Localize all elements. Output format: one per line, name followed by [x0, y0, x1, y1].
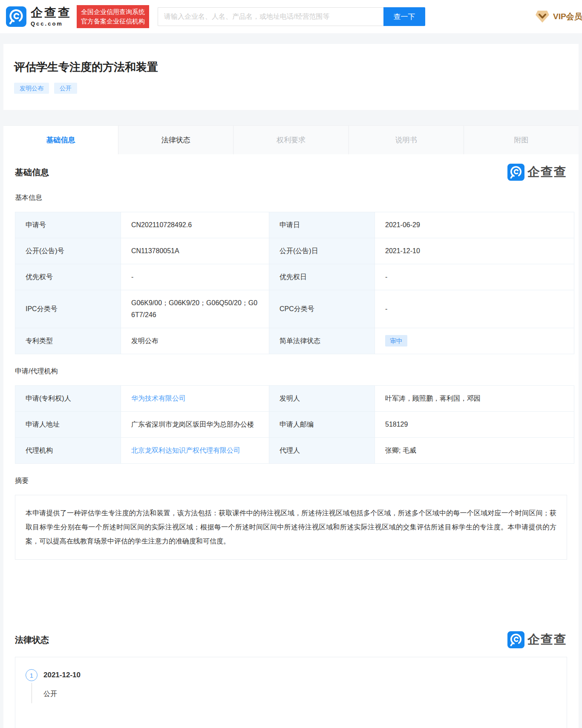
field-label: 专利类型: [15, 328, 121, 354]
page-gap: [0, 110, 582, 125]
field-value-patent-type: 发明公布: [121, 328, 269, 354]
basic-info-heading: 基础信息: [15, 167, 49, 178]
field-value-agency: 北京龙双利达知识产权代理有限公司: [121, 438, 269, 464]
table-row: 申请号 CN202110728492.6 申请日 2021-06-29: [15, 212, 574, 238]
timeline-connector: [32, 683, 32, 703]
field-label: 申请日: [269, 212, 375, 238]
basic-info-subheading: 基本信息: [15, 194, 567, 202]
timeline-item-head: 1 2021-12-10: [26, 669, 556, 681]
field-value-priority-number: -: [121, 264, 269, 290]
logo-text-en: Qcc.com: [31, 20, 72, 27]
patent-tags: 发明公布 公开: [14, 83, 568, 94]
credit-badge-line1: 全国企业信用查询系统: [81, 7, 145, 17]
field-label: IPC分类号: [15, 290, 121, 328]
field-value-applicant-address: 广东省深圳市龙岗区坂田华为总部办公楼: [121, 412, 269, 438]
field-value-application-date: 2021-06-29: [375, 212, 574, 238]
field-label: 申请人地址: [15, 412, 121, 438]
page-gap: [0, 33, 582, 44]
field-value-publication-number: CN113780051A: [121, 238, 269, 264]
qcc-watermark-icon: [507, 631, 524, 648]
field-label: 申请号: [15, 212, 121, 238]
field-value-cpc-class: -: [375, 290, 574, 328]
timeline-status: 公开: [43, 681, 57, 703]
field-label: 简单法律状态: [269, 328, 375, 354]
abstract-box: 本申请提供了一种评估学生专注度的方法和装置，该方法包括：获取课件中的待注视区域，…: [15, 495, 567, 560]
qcc-watermark-text: 企查查: [527, 164, 567, 181]
abstract-subheading: 摘要: [15, 477, 567, 485]
timeline-item: 1 2021-12-10 公开: [26, 669, 556, 703]
tag-invention-publication: 发明公布: [14, 83, 49, 94]
tab-figures[interactable]: 附图: [464, 126, 579, 154]
tab-claims[interactable]: 权利要求: [233, 126, 349, 154]
field-label: 优先权号: [15, 264, 121, 290]
field-value-postcode: 518129: [375, 412, 574, 438]
tab-legal-status[interactable]: 法律状态: [118, 126, 233, 154]
qcc-watermark-text: 企查查: [527, 631, 567, 648]
vip-diamond-icon: [535, 10, 550, 23]
field-label: 公开(公告)日: [269, 238, 375, 264]
table-row: 代理机构 北京龙双利达知识产权代理有限公司 代理人 张卿; 毛威: [15, 438, 574, 464]
table-row: 专利类型 发明公布 简单法律状态 审中: [15, 328, 574, 354]
vip-label: VIP会员: [553, 11, 582, 22]
logo-text-cn: 企查查: [31, 7, 72, 19]
table-row: 申请人地址 广东省深圳市龙岗区坂田华为总部办公楼 申请人邮编 518129: [15, 412, 574, 438]
credit-badge-line2: 官方备案企业征信机构: [81, 17, 145, 26]
legal-status-section-head: 法律状态 企查查: [15, 631, 567, 648]
detail-tabs: 基础信息 法律状态 权利要求 说明书 附图: [3, 125, 579, 154]
tab-basic-info[interactable]: 基础信息: [3, 126, 118, 154]
abstract-text: 本申请提供了一种评估学生专注度的方法和装置，该方法包括：获取课件中的待注视区域，…: [26, 509, 556, 545]
basic-info-table: 申请号 CN202110728492.6 申请日 2021-06-29 公开(公…: [15, 212, 574, 354]
agency-subheading: 申请/代理机构: [15, 367, 567, 376]
field-label: 代理人: [269, 438, 375, 464]
field-value-publication-date: 2021-12-10: [375, 238, 574, 264]
patent-title-card: 评估学生专注度的方法和装置 发明公布 公开: [3, 44, 579, 110]
applicant-link[interactable]: 华为技术有限公司: [131, 395, 186, 402]
agency-table: 申请(专利权)人 华为技术有限公司 发明人 叶军涛，顾照鹏，蒋利国，邓园 申请人…: [15, 385, 574, 464]
timeline-item-body: 公开: [32, 681, 556, 703]
field-value-inventors: 叶军涛，顾照鹏，蒋利国，邓园: [375, 386, 574, 412]
timeline-date: 2021-12-10: [43, 671, 81, 679]
patent-title: 评估学生专注度的方法和装置: [14, 60, 568, 75]
field-label: 优先权日: [269, 264, 375, 290]
qcc-logo-icon: [6, 6, 26, 27]
tag-public: 公开: [54, 83, 77, 94]
field-label: 申请(专利权)人: [15, 386, 121, 412]
legal-status-heading: 法律状态: [15, 634, 49, 646]
qcc-watermark: 企查查: [507, 631, 567, 648]
table-row: IPC分类号 G06K9/00；G06K9/20；G06Q50/20；G06T7…: [15, 290, 574, 328]
field-label: 发明人: [269, 386, 375, 412]
field-label: 公开(公告)号: [15, 238, 121, 264]
field-label: CPC分类号: [269, 290, 375, 328]
legal-status-box: 1 2021-12-10 公开: [15, 657, 567, 728]
qcc-watermark: 企查查: [507, 164, 567, 181]
field-value-priority-date: -: [375, 264, 574, 290]
agency-link[interactable]: 北京龙双利达知识产权代理有限公司: [131, 447, 240, 454]
table-row: 公开(公告)号 CN113780051A 公开(公告)日 2021-12-10: [15, 238, 574, 264]
credit-system-badge: 全国企业信用查询系统 官方备案企业征信机构: [77, 5, 149, 28]
qcc-logo[interactable]: 企查查 Qcc.com: [6, 6, 72, 27]
field-value-application-number: CN202110728492.6: [121, 212, 269, 238]
search-input[interactable]: [158, 7, 383, 26]
field-label: 代理机构: [15, 438, 121, 464]
qcc-watermark-icon: [507, 164, 524, 181]
tab-description[interactable]: 说明书: [349, 126, 464, 154]
field-value-applicant: 华为技术有限公司: [121, 386, 269, 412]
qcc-logo-wordmark: 企查查 Qcc.com: [31, 7, 72, 27]
search-button[interactable]: 查一下: [383, 7, 425, 26]
field-label: 申请人邮编: [269, 412, 375, 438]
field-value-ipc-class: G06K9/00；G06K9/20；G06Q50/20；G06T7/246: [121, 290, 269, 328]
main-content: 基础信息 企查查 基本信息 申请号 CN202110728492.6 申请日 2…: [3, 154, 579, 728]
search-bar: 查一下: [158, 7, 425, 26]
vip-link[interactable]: VIP会员: [535, 10, 582, 23]
field-value-agents: 张卿; 毛威: [375, 438, 574, 464]
basic-info-section-head: 基础信息 企查查: [15, 164, 567, 181]
table-row: 优先权号 - 优先权日 -: [15, 264, 574, 290]
status-badge: 审中: [385, 335, 407, 347]
timeline-index-badge: 1: [26, 669, 37, 681]
site-header: 企查查 Qcc.com 全国企业信用查询系统 官方备案企业征信机构 查一下 VI…: [0, 0, 582, 33]
table-row: 申请(专利权)人 华为技术有限公司 发明人 叶军涛，顾照鹏，蒋利国，邓园: [15, 386, 574, 412]
field-value-legal-status: 审中: [375, 328, 574, 354]
